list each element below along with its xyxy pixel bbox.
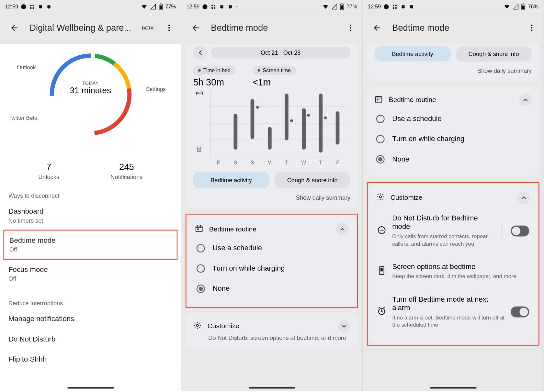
customize-title: Customize <box>391 194 512 201</box>
discord-icon <box>219 4 225 10</box>
beta-badge: BETA <box>142 26 154 30</box>
donut-label-settings: Settings <box>146 86 166 93</box>
app-bar: Digital Wellbeing & pare... BETA <box>0 14 181 44</box>
collapse-button[interactable] <box>517 191 530 204</box>
signal-icon <box>332 4 337 10</box>
collapse-button[interactable] <box>519 94 532 106</box>
row-dnd-bedtime[interactable]: Do Not Disturb for Bedtime mode Only cal… <box>376 207 530 255</box>
svg-point-30 <box>384 4 389 9</box>
screen-time-chip[interactable]: Screen time <box>253 66 296 74</box>
activity-card-partial: Bedtime activity Cough & snore info Show… <box>367 44 539 81</box>
row-bedtime-mode[interactable]: Bedtime mode Off <box>4 230 177 259</box>
battery-icon <box>521 3 526 10</box>
time-in-bed-chip[interactable]: Time in bed <box>193 66 235 74</box>
status-bar: 12:59 · 77% <box>181 0 362 14</box>
overflow-menu[interactable] <box>161 19 177 36</box>
row-focus-mode[interactable]: Focus mode Off <box>0 260 181 288</box>
overflow-menu[interactable] <box>342 19 359 36</box>
tab-bedtime-activity[interactable]: Bedtime activity <box>193 172 269 188</box>
row-screen-options[interactable]: Screen options at bedtime Keep the scree… <box>376 255 530 288</box>
expand-button[interactable] <box>338 320 350 332</box>
status-time: 12:59 <box>187 4 200 10</box>
divider <box>501 224 501 237</box>
radio-use-schedule[interactable]: Use a schedule <box>374 109 532 129</box>
row-flip-to-shhh[interactable]: Flip to Shhh <box>0 349 181 370</box>
donut-label-twitter: Twitter Beta <box>8 115 37 121</box>
row-dashboard[interactable]: Dashboard No timers set <box>0 201 181 230</box>
status-battery-pct: 77% <box>165 4 176 10</box>
section-reduce-interruptions: Reduce interruptions <box>0 288 181 309</box>
tab-cough-snore[interactable]: Cough & snore info <box>456 46 532 62</box>
bedtime-bar-chart[interactable]: FSSMTWTF <box>193 90 350 165</box>
row-turn-off-next-alarm[interactable]: Turn off Bedtime mode at next alarm If n… <box>376 288 530 336</box>
tab-bedtime-activity[interactable]: Bedtime activity <box>374 46 450 62</box>
bedtime-routine-title: Bedtime routine <box>209 226 330 233</box>
discord-icon <box>38 4 43 10</box>
dnd-minus-icon <box>377 225 386 236</box>
row-manage-notifications[interactable]: Manage notifications <box>0 309 181 329</box>
bedtime-routine-title: Bedtime routine <box>389 96 513 104</box>
gesture-nav-pill[interactable] <box>430 387 476 388</box>
back-button[interactable] <box>6 19 23 36</box>
svg-point-38 <box>531 25 532 26</box>
svg-rect-18 <box>211 7 213 9</box>
radio-none[interactable]: None <box>374 149 532 170</box>
highlight-customize: Customize Do Not Disturb for Bedtime mod… <box>367 182 539 346</box>
screen-digital-wellbeing: 12:59 · 77% <box>0 0 181 391</box>
gesture-nav-pill[interactable] <box>67 387 114 388</box>
customize-card-collapsed[interactable]: Customize Do Not Disturb, screen options… <box>186 312 358 349</box>
date-range-pill[interactable]: Oct 21 - Oct 28 <box>211 47 350 59</box>
more-notifications-dot: · <box>417 4 419 10</box>
status-time: 12:59 <box>368 4 381 10</box>
svg-rect-32 <box>395 5 397 6</box>
svg-point-15 <box>203 4 208 9</box>
signal-icon <box>513 4 519 10</box>
more-notifications-dot: · <box>54 4 56 10</box>
radio-turn-on-charging[interactable]: Turn on while charging <box>195 258 349 279</box>
back-button[interactable] <box>187 19 204 36</box>
svg-point-29 <box>196 324 198 327</box>
customize-subtitle: Do Not Disturb, screen options at bedtim… <box>208 334 350 341</box>
calendar-icon <box>195 224 203 234</box>
switch-next-alarm[interactable] <box>511 307 529 318</box>
battery-icon <box>159 3 163 10</box>
usage-donut-chart[interactable]: TODAY 31 minutes Outlook Settings Twitte… <box>0 44 181 149</box>
svg-rect-31 <box>393 5 394 6</box>
unlocks-counter[interactable]: 7 Unlocks <box>38 162 59 180</box>
svg-point-0 <box>21 4 26 9</box>
svg-rect-36 <box>522 6 524 9</box>
svg-rect-27 <box>196 226 202 231</box>
svg-point-39 <box>531 27 532 28</box>
notifications-counter[interactable]: 245 Notifications <box>110 162 142 180</box>
svg-point-24 <box>350 27 351 28</box>
collapse-button[interactable] <box>336 223 349 236</box>
radio-use-schedule[interactable]: Use a schedule <box>195 238 349 259</box>
page-title: Bedtime mode <box>392 23 516 33</box>
date-prev-button[interactable] <box>193 46 207 60</box>
svg-rect-21 <box>341 6 343 9</box>
show-daily-summary-link[interactable]: Show daily summary <box>374 67 532 74</box>
discord-icon-2 <box>409 4 414 10</box>
customize-card-expanded: Customize Do Not Disturb for Bedtime mod… <box>368 184 538 344</box>
screen-time-value: <1m <box>253 77 296 88</box>
tab-cough-snore[interactable]: Cough & snore info <box>274 172 350 188</box>
overflow-menu[interactable] <box>523 19 540 36</box>
svg-point-10 <box>168 29 170 31</box>
row-do-not-disturb[interactable]: Do Not Disturb <box>0 329 181 350</box>
show-daily-summary-link[interactable]: Show daily summary <box>193 194 350 201</box>
back-button[interactable] <box>368 19 385 36</box>
svg-rect-16 <box>211 5 213 6</box>
radio-turn-on-charging[interactable]: Turn on while charging <box>374 129 532 149</box>
gesture-nav-pill[interactable] <box>249 387 295 388</box>
battery-icon <box>340 3 344 10</box>
screen-bedtime-mode-activity: 12:59 · 77% Bedtime mode <box>181 0 363 391</box>
status-battery-pct: 76% <box>528 4 538 10</box>
donut-today-label: TODAY <box>70 81 111 86</box>
radio-none[interactable]: None <box>195 279 349 299</box>
svg-rect-42 <box>377 99 378 100</box>
svg-rect-46 <box>380 268 383 272</box>
alarm-clock-icon <box>377 307 386 318</box>
bedtime-routine-card: Bedtime routine Use a schedule Turn on w… <box>187 215 356 306</box>
discord-icon-2 <box>46 4 52 10</box>
switch-dnd[interactable] <box>511 225 529 236</box>
